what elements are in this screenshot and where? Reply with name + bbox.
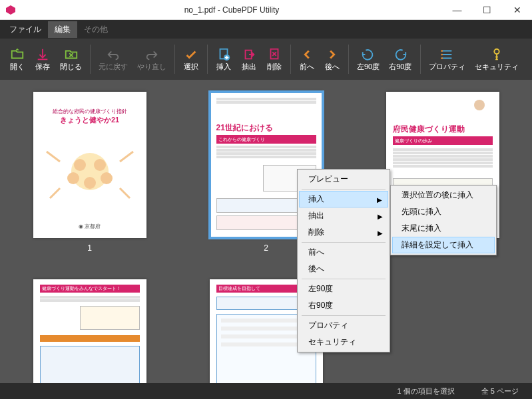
extract-icon: [242, 47, 256, 62]
redo-button[interactable]: やり直し: [133, 45, 170, 74]
ctx-rotr[interactable]: 右90度: [299, 297, 388, 314]
sub-at-tail[interactable]: 末尾に挿入: [392, 220, 495, 237]
rotate-right-button[interactable]: 右90度: [385, 45, 415, 74]
divider: [302, 279, 386, 279]
open-label: 開く: [10, 62, 25, 72]
page-number: 2: [264, 243, 268, 253]
separator: [174, 45, 175, 74]
redo-icon: [144, 47, 159, 62]
menu-edit[interactable]: 編集: [48, 21, 77, 38]
maximize-button[interactable]: ☐: [472, 0, 502, 20]
undo-button[interactable]: 元に戻す: [95, 45, 132, 74]
separator: [207, 45, 208, 74]
page-thumb[interactable]: 健康づくり運動をみんなでスタート！: [21, 279, 158, 383]
extract-label: 抽出: [242, 62, 256, 72]
ctx-insert[interactable]: 挿入▶: [299, 191, 388, 207]
redo-label: やり直し: [137, 62, 166, 72]
page-3-sub: 健康づくりの歩み: [393, 137, 493, 145]
properties-button[interactable]: プロパティ: [425, 45, 469, 74]
page-3-title: 府民健康づくり運動: [393, 124, 465, 134]
ctx-preview[interactable]: プレビュー: [299, 171, 388, 188]
security-button[interactable]: セキュリティ: [471, 45, 523, 74]
ctx-next[interactable]: 後へ: [299, 261, 388, 277]
svg-point-14: [84, 177, 96, 189]
svg-point-7: [441, 57, 443, 59]
page-1: 総合的な府民の健康づくり指針 きょうと健やか21 ◉ 京都府: [33, 92, 146, 238]
menubar: ファイル 編集 その他: [0, 20, 532, 39]
properties-icon: [439, 47, 454, 62]
open-button[interactable]: 開く: [5, 45, 29, 74]
delete-icon: [267, 47, 282, 62]
undo-icon: [106, 47, 121, 62]
svg-point-15: [474, 100, 485, 110]
ctx-extract[interactable]: 抽出▶: [299, 207, 388, 224]
divider: [302, 189, 386, 190]
page-thumb[interactable]: 総合的な府民の健康づくり指針 きょうと健やか21 ◉ 京都府 1: [21, 92, 158, 253]
submenu-arrow-icon: ▶: [378, 229, 383, 236]
sub-at-head[interactable]: 先頭に挿入: [392, 203, 495, 220]
save-icon: [35, 47, 50, 62]
page-4: 健康づくり運動をみんなでスタート！: [33, 279, 146, 383]
prev-label: 前へ: [300, 62, 314, 72]
titlebar: no_1.pdf - CubePDF Utility — ☐ ✕: [0, 0, 532, 20]
app-icon: [5, 5, 16, 15]
window-title: no_1.pdf - CubePDF Utility: [21, 5, 442, 15]
rotate-right-icon: [393, 47, 407, 62]
ctx-prev[interactable]: 前へ: [299, 244, 388, 261]
close-button[interactable]: ✕: [502, 0, 532, 20]
context-menu: プレビュー 挿入▶ 抽出▶ 削除▶ 前へ 後へ 左90度 右90度 プロパティ …: [297, 169, 390, 352]
next-label: 後へ: [325, 62, 340, 72]
select-button[interactable]: 選択: [179, 45, 203, 74]
divider: [302, 315, 386, 316]
delete-button[interactable]: 削除: [262, 45, 286, 74]
svg-point-12: [67, 172, 79, 184]
next-button[interactable]: 後へ: [320, 45, 344, 74]
save-button[interactable]: 保存: [31, 45, 55, 74]
rotate-right-label: 右90度: [389, 62, 411, 72]
status-total: 全 5 ページ: [481, 386, 519, 396]
close-file-icon: [64, 47, 79, 62]
page-1-subtitle: 総合的な府民の健康づくり指針: [40, 108, 140, 115]
ctx-delete[interactable]: 削除▶: [299, 224, 388, 241]
svg-point-11: [94, 159, 106, 171]
undo-label: 元に戻す: [99, 62, 128, 72]
rotate-left-icon: [361, 47, 376, 62]
close-file-label: 閉じる: [60, 62, 82, 72]
svg-marker-0: [6, 5, 15, 15]
sub-with-settings[interactable]: 詳細を設定して挿入: [392, 237, 495, 253]
open-icon: [10, 47, 25, 62]
svg-point-8: [494, 49, 499, 53]
window-controls: — ☐ ✕: [442, 0, 532, 20]
minimize-button[interactable]: —: [442, 0, 472, 20]
rotate-left-button[interactable]: 左90度: [353, 45, 384, 74]
submenu-arrow-icon: ▶: [377, 196, 382, 203]
context-submenu-insert: 選択位置の後に挿入 先頭に挿入 末尾に挿入 詳細を設定して挿入: [390, 185, 497, 255]
insert-label: 挿入: [216, 62, 231, 72]
sub-after-selection[interactable]: 選択位置の後に挿入: [392, 187, 495, 203]
ctx-properties[interactable]: プロパティ: [299, 317, 388, 334]
save-label: 保存: [35, 62, 50, 72]
ctx-security[interactable]: セキュリティ: [299, 334, 388, 350]
submenu-arrow-icon: ▶: [378, 212, 383, 219]
divider: [302, 242, 386, 243]
select-icon: [184, 47, 198, 62]
ctx-rotl[interactable]: 左90度: [299, 281, 388, 297]
separator: [290, 45, 291, 74]
status-selection: 1 個の項目を選択: [398, 386, 455, 396]
properties-label: プロパティ: [429, 62, 465, 72]
insert-button[interactable]: 挿入: [212, 45, 236, 74]
delete-label: 削除: [267, 62, 282, 72]
extract-button[interactable]: 抽出: [237, 45, 261, 74]
next-icon: [325, 47, 340, 62]
separator: [90, 45, 91, 74]
select-label: 選択: [184, 62, 198, 72]
page-2-title: 21世紀における: [216, 123, 273, 132]
page-number: 1: [87, 243, 92, 253]
menu-file[interactable]: ファイル: [3, 21, 48, 38]
page-2-sub: これからの健康づくり: [216, 136, 316, 144]
svg-point-10: [74, 159, 86, 171]
menu-other[interactable]: その他: [77, 21, 115, 38]
close-file-button[interactable]: 閉じる: [56, 45, 86, 74]
prev-button[interactable]: 前へ: [295, 45, 319, 74]
svg-point-5: [441, 50, 443, 52]
